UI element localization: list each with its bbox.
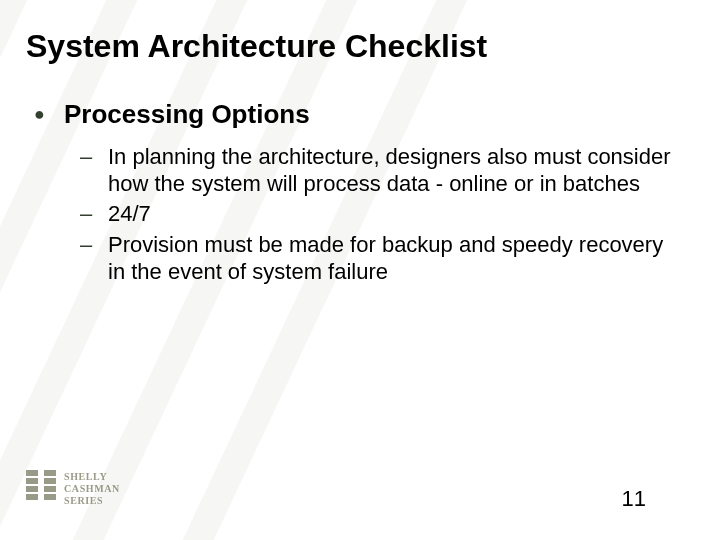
svg-rect-1 bbox=[26, 478, 38, 484]
sub-bullet: Provision must be made for backup and sp… bbox=[108, 232, 684, 286]
svg-rect-6 bbox=[44, 486, 56, 492]
svg-rect-2 bbox=[26, 486, 38, 492]
slide-title: System Architecture Checklist bbox=[26, 28, 694, 65]
svg-rect-7 bbox=[44, 494, 56, 500]
bullet-main-text: Processing Options bbox=[64, 99, 310, 129]
slide-body: System Architecture Checklist Processing… bbox=[0, 0, 720, 540]
logo-line3: SERIES bbox=[64, 495, 103, 506]
svg-rect-4 bbox=[44, 470, 56, 476]
svg-rect-0 bbox=[26, 470, 38, 476]
bullet-main: Processing Options In planning the archi… bbox=[64, 99, 694, 286]
svg-rect-3 bbox=[26, 494, 38, 500]
page-number: 11 bbox=[622, 486, 646, 512]
logo-line1: SHELLY bbox=[64, 471, 107, 482]
sub-bullet: 24/7 bbox=[108, 201, 684, 228]
svg-rect-5 bbox=[44, 478, 56, 484]
logo-line2: CASHMAN bbox=[64, 483, 120, 494]
sub-bullet: In planning the architecture, designers … bbox=[108, 144, 684, 198]
bullet-list: Processing Options In planning the archi… bbox=[26, 99, 694, 286]
publisher-logo: SHELLY CASHMAN SERIES bbox=[24, 462, 134, 512]
sub-bullet-list: In planning the architecture, designers … bbox=[64, 144, 694, 286]
